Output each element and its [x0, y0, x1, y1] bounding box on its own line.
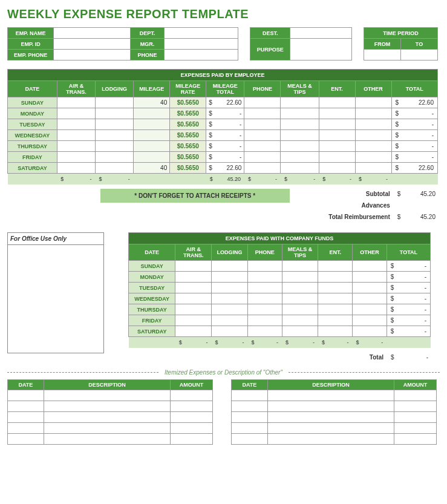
cell-input[interactable] [247, 315, 282, 326]
input-mgr[interactable] [164, 39, 238, 50]
cell-ent[interactable] [319, 152, 355, 163]
cell-meals[interactable] [281, 141, 319, 152]
cell-air[interactable] [57, 163, 95, 174]
cell-input[interactable] [318, 272, 353, 283]
input-from[interactable] [364, 50, 401, 61]
cell-meals[interactable] [281, 152, 319, 163]
cell-input[interactable] [212, 304, 248, 315]
cell-air[interactable] [57, 108, 95, 119]
cell-input[interactable] [175, 261, 212, 272]
cell-phone[interactable] [244, 119, 281, 130]
cell-amount[interactable] [394, 434, 437, 445]
cell-description[interactable] [44, 412, 170, 423]
cell-input[interactable] [282, 261, 318, 272]
cell-input[interactable] [353, 304, 387, 315]
input-phone[interactable] [164, 50, 238, 61]
cell-input[interactable] [353, 326, 387, 337]
cell-air[interactable] [57, 141, 95, 152]
cell-input[interactable] [175, 283, 212, 293]
cell-ent[interactable] [319, 108, 355, 119]
cell-input[interactable] [282, 304, 318, 315]
cell-description[interactable] [44, 434, 170, 445]
cell-meals[interactable] [281, 163, 319, 174]
cell-input[interactable] [212, 261, 248, 272]
cell-lodging[interactable] [96, 152, 134, 163]
cell-description[interactable] [267, 390, 394, 401]
cell-phone[interactable] [244, 141, 281, 152]
cell-other[interactable] [355, 119, 391, 130]
cell-air[interactable] [57, 130, 95, 141]
input-to[interactable] [401, 50, 438, 61]
cell-other[interactable] [355, 141, 391, 152]
cell-lodging[interactable] [96, 130, 134, 141]
cell-mileage[interactable] [134, 130, 170, 141]
cell-input[interactable] [247, 283, 282, 293]
input-dept[interactable] [164, 28, 238, 39]
cell-other[interactable] [355, 97, 391, 108]
cell-input[interactable] [212, 272, 248, 283]
cell-input[interactable] [318, 326, 353, 337]
cell-lodging[interactable] [96, 141, 134, 152]
input-dest[interactable] [290, 28, 352, 39]
cell-amount[interactable] [171, 401, 213, 412]
cell-input[interactable] [175, 304, 212, 315]
cell-date[interactable] [232, 390, 268, 401]
cell-input[interactable] [212, 283, 248, 293]
cell-date[interactable] [232, 434, 268, 445]
cell-input[interactable] [353, 261, 387, 272]
cell-ent[interactable] [319, 163, 355, 174]
cell-mileage[interactable]: 40 [134, 97, 170, 108]
cell-other[interactable] [355, 130, 391, 141]
cell-amount[interactable] [394, 412, 437, 423]
cell-phone[interactable] [244, 97, 281, 108]
cell-input[interactable] [318, 283, 353, 293]
cell-phone[interactable] [244, 152, 281, 163]
cell-description[interactable] [44, 401, 170, 412]
cell-input[interactable] [318, 315, 353, 326]
input-purpose[interactable] [290, 39, 352, 61]
cell-input[interactable] [318, 293, 353, 304]
cell-amount[interactable] [394, 401, 437, 412]
cell-description[interactable] [267, 401, 394, 412]
cell-mileage[interactable] [134, 152, 170, 163]
cell-lodging[interactable] [96, 97, 134, 108]
input-emp-phone[interactable] [54, 50, 131, 61]
cell-meals[interactable] [281, 97, 319, 108]
cell-phone[interactable] [244, 130, 281, 141]
input-emp-id[interactable] [54, 39, 131, 50]
cell-input[interactable] [247, 272, 282, 283]
cell-date[interactable] [8, 412, 44, 423]
cell-input[interactable] [175, 272, 212, 283]
cell-air[interactable] [57, 97, 95, 108]
cell-input[interactable] [318, 304, 353, 315]
cell-phone[interactable] [244, 163, 281, 174]
cell-input[interactable] [212, 326, 248, 337]
cell-description[interactable] [267, 423, 394, 434]
cell-description[interactable] [44, 390, 170, 401]
cell-amount[interactable] [171, 390, 213, 401]
cell-input[interactable] [175, 293, 212, 304]
cell-input[interactable] [212, 293, 248, 304]
cell-ent[interactable] [319, 141, 355, 152]
cell-input[interactable] [247, 304, 282, 315]
cell-meals[interactable] [281, 119, 319, 130]
cell-input[interactable] [282, 315, 318, 326]
cell-date[interactable] [232, 401, 268, 412]
cell-ent[interactable] [319, 97, 355, 108]
cell-description[interactable] [44, 423, 170, 434]
cell-date[interactable] [232, 423, 268, 434]
cell-date[interactable] [8, 401, 44, 412]
cell-input[interactable] [282, 326, 318, 337]
cell-input[interactable] [247, 293, 282, 304]
cell-mileage[interactable]: 40 [134, 163, 170, 174]
cell-description[interactable] [267, 412, 394, 423]
cell-input[interactable] [353, 315, 387, 326]
cell-input[interactable] [282, 283, 318, 293]
cell-amount[interactable] [171, 434, 213, 445]
cell-input[interactable] [353, 283, 387, 293]
cell-air[interactable] [57, 119, 95, 130]
cell-other[interactable] [355, 152, 391, 163]
cell-input[interactable] [282, 272, 318, 283]
cell-input[interactable] [247, 261, 282, 272]
cell-ent[interactable] [319, 130, 355, 141]
